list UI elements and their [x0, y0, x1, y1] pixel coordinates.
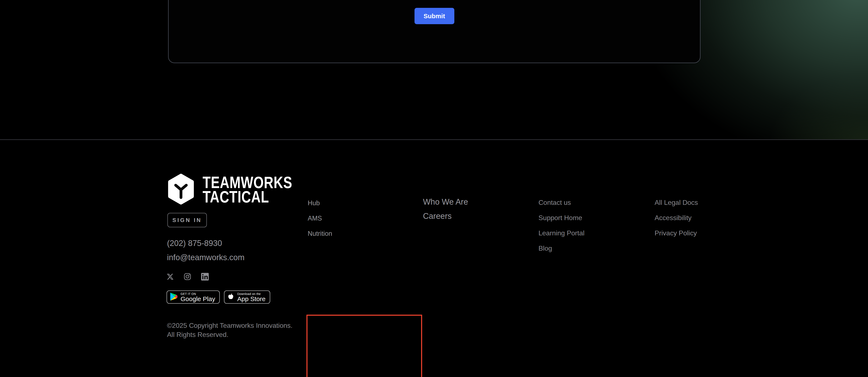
brand-wordmark-line2: TACTICAL: [203, 190, 292, 204]
app-store-badge[interactable]: Download on the App Store: [224, 290, 270, 303]
google-play-tagline: GET IT ON: [181, 292, 215, 296]
google-play-badge[interactable]: GET IT ON Google Play: [166, 290, 220, 303]
footer-column-products: Hub AMS Nutrition: [308, 200, 332, 237]
copyright: ©2025 Copyright Teamworks Innovations. A…: [167, 321, 292, 339]
top-section: Submit: [0, 0, 868, 139]
footer-link-privacy-policy[interactable]: Privacy Policy: [655, 230, 698, 236]
footer-link-contact-us[interactable]: Contact us: [538, 199, 585, 206]
brand-logo[interactable]: TEAMWORKS TACTICAL: [167, 173, 315, 206]
footer-link-hub[interactable]: Hub: [308, 200, 332, 206]
copyright-line1: ©2025 Copyright Teamworks Innovations.: [167, 321, 292, 330]
form-card: Submit: [168, 0, 701, 63]
footer-link-support-home[interactable]: Support Home: [538, 214, 585, 221]
footer-link-nutrition[interactable]: Nutrition: [308, 230, 332, 237]
footer-link-blog[interactable]: Blog: [538, 245, 585, 252]
footer-column-company: Who We Are Careers: [423, 198, 468, 220]
phone-link[interactable]: (202) 875-8930: [167, 239, 222, 248]
footer: TEAMWORKS TACTICAL SIGN IN (202) 875-893…: [0, 139, 868, 377]
page: Submit TEAMWORKS TACTICAL SIGN IN (202) …: [0, 0, 868, 377]
x-social-link[interactable]: [166, 273, 174, 281]
copyright-line2: All Rights Reserved.: [167, 330, 292, 339]
footer-link-all-legal-docs[interactable]: All Legal Docs: [655, 199, 698, 206]
footer-link-careers[interactable]: Careers: [423, 212, 468, 220]
brand-wordmark: TEAMWORKS TACTICAL: [203, 175, 292, 204]
footer-column-support: Contact us Support Home Learning Portal …: [538, 199, 585, 252]
teamworks-hexagon-y-icon: [167, 173, 195, 206]
apple-icon: [227, 292, 235, 302]
email-link[interactable]: info@teamworks.com: [167, 253, 245, 262]
social-links: [166, 273, 209, 281]
footer-link-who-we-are[interactable]: Who We Are: [423, 198, 468, 206]
footer-link-accessibility[interactable]: Accessibility: [655, 214, 698, 221]
instagram-icon: [184, 273, 191, 281]
instagram-social-link[interactable]: [184, 273, 191, 281]
sign-in-button[interactable]: SIGN IN: [167, 213, 207, 227]
app-store-texts: Download on the App Store: [237, 292, 265, 302]
app-store-tagline: Download on the: [237, 292, 265, 296]
google-play-texts: GET IT ON Google Play: [181, 292, 215, 302]
linkedin-social-link[interactable]: [201, 273, 209, 281]
footer-column-legal: All Legal Docs Accessibility Privacy Pol…: [655, 199, 698, 236]
store-badges: GET IT ON Google Play Download on the Ap…: [166, 290, 270, 303]
app-store-name: App Store: [237, 296, 265, 302]
annotation-highlight-rectangle: [306, 315, 422, 377]
x-icon: [166, 273, 174, 281]
footer-link-learning-portal[interactable]: Learning Portal: [538, 230, 585, 236]
google-play-icon: [170, 292, 178, 302]
submit-button[interactable]: Submit: [414, 8, 454, 24]
google-play-name: Google Play: [181, 296, 215, 302]
footer-link-ams[interactable]: AMS: [308, 215, 332, 222]
linkedin-icon: [201, 273, 209, 281]
